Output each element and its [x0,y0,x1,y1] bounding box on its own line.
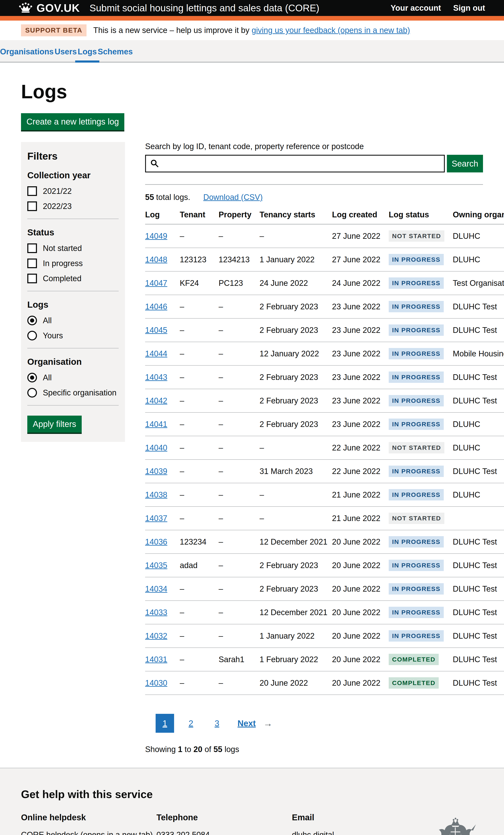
tenancy-starts-cell: 2 February 2023 [260,365,332,389]
log-link[interactable]: 14037 [145,514,167,523]
tenant-cell: – [180,389,219,412]
status-badge: IN PROGRESS [389,607,444,618]
core-helpdesk-link[interactable]: CORE helpdesk (opens in a new tab) [21,830,153,835]
checkbox-option[interactable]: 2021/22 [27,186,119,196]
tenant-cell: KF24 [180,271,219,295]
pagination-page[interactable]: 2 [182,714,200,733]
status-badge: IN PROGRESS [389,536,444,548]
showing-to-word: to [185,745,191,754]
log-status-cell: IN PROGRESS [389,389,453,412]
checkbox-option[interactable]: 2022/23 [27,201,119,211]
log-link[interactable]: 14034 [145,585,167,593]
radio-option[interactable]: Specific organisation [27,388,119,398]
site-header: GOV.UK Submit social housing lettings an… [0,0,504,21]
log-link[interactable]: 14032 [145,631,167,640]
showing-from: 1 [178,745,182,754]
log-created-cell: 20 June 2022 [332,648,389,671]
your-account-link[interactable]: Your account [390,4,441,13]
feedback-link[interactable]: giving us your feedback (opens in a new … [251,26,410,35]
checkbox-option[interactable]: Not started [27,243,119,253]
download-csv-link[interactable]: Download (CSV) [203,193,263,202]
radio-button[interactable] [27,315,37,325]
radio-option[interactable]: All [27,373,119,383]
checkbox[interactable] [27,186,37,196]
checkbox[interactable] [27,201,37,211]
log-created-cell: 27 June 2022 [332,224,389,248]
log-link[interactable]: 14030 [145,678,167,687]
log-link[interactable]: 14049 [145,232,167,241]
email-link[interactable]: dluhc.digital-services@levellingup.gov.u… [292,830,392,835]
tenancy-starts-cell: 2 February 2023 [260,577,332,600]
radio-button[interactable] [27,388,37,398]
log-link[interactable]: 14045 [145,326,167,334]
pagination-page[interactable]: 3 [208,714,226,733]
log-link[interactable]: 14038 [145,490,167,499]
sign-out-link[interactable]: Sign out [453,4,485,13]
tenant-cell: – [180,412,219,436]
log-link[interactable]: 14042 [145,396,167,405]
nav-item[interactable]: Users [55,47,77,62]
pagination-page[interactable]: 1 [156,714,174,733]
radio-option[interactable]: Yours [27,331,119,341]
nav-item[interactable]: Logs [78,47,97,62]
logs-main: Search by log ID, tenant code, property … [145,142,483,754]
create-lettings-log-button[interactable]: Create a new lettings log [21,113,124,130]
owning-organisation-cell: DLUHC Test [453,365,504,389]
govuk-logo[interactable]: GOV.UK Submit social housing lettings an… [19,2,319,14]
log-link[interactable]: 14035 [145,561,167,570]
log-status-cell: NOT STARTED [389,224,453,248]
status-badge: IN PROGRESS [389,254,444,265]
column-header-log: Log [145,210,180,224]
log-link[interactable]: 14047 [145,279,167,287]
filter-group-organisation: Organisation All Specific organisation [27,357,119,398]
nav-item[interactable]: Organisations [0,47,54,62]
pagination-next-link[interactable]: Next [238,719,256,728]
search-input[interactable] [145,155,445,172]
divider [27,348,119,348]
log-status-cell: IN PROGRESS [389,342,453,365]
log-link[interactable]: 14040 [145,443,167,452]
table-row: 14036 123234 – 12 December 2021 20 June … [145,530,504,554]
apply-filters-button[interactable]: Apply filters [27,415,82,433]
property-cell: – [219,577,260,600]
tenant-cell: – [180,318,219,342]
status-badge: IN PROGRESS [389,630,444,641]
divider [27,219,119,219]
checkbox-label: 2021/22 [43,187,72,196]
pagination: 1 2 3 Next → [156,714,483,733]
checkbox-option[interactable]: Completed [27,273,119,283]
property-cell: PC123 [219,271,260,295]
tenancy-starts-cell: 2 February 2023 [260,389,332,412]
footer: Get help with this service Online helpde… [0,768,504,835]
property-cell: – [219,412,260,436]
log-link[interactable]: 14036 [145,537,167,546]
search-button[interactable]: Search [447,155,483,172]
property-cell: – [219,624,260,648]
radio-button[interactable] [27,331,37,341]
divider [145,184,483,185]
log-link[interactable]: 14031 [145,655,167,664]
radio-button[interactable] [27,373,37,383]
table-row: 14044 – – 12 January 2022 23 June 2022 I… [145,342,504,365]
log-link[interactable]: 14039 [145,467,167,476]
log-link[interactable]: 14043 [145,373,167,382]
log-created-cell: 23 June 2022 [332,365,389,389]
checkbox[interactable] [27,243,37,253]
owning-organisation-cell: DLUHC [453,224,504,248]
owning-organisation-cell: DLUHC [453,483,504,507]
filter-group-label: Logs [27,300,119,310]
status-badge: COMPLETED [389,677,439,689]
checkbox[interactable] [27,273,37,283]
tenant-cell: – [180,224,219,248]
checkbox-option[interactable]: In progress [27,259,119,268]
log-link[interactable]: 14046 [145,302,167,311]
log-link[interactable]: 14044 [145,349,167,358]
log-link[interactable]: 14033 [145,608,167,617]
log-link[interactable]: 14048 [145,255,167,264]
log-link[interactable]: 14041 [145,420,167,429]
table-row: 14032 – – 1 January 2022 20 June 2022 IN… [145,624,504,648]
checkbox[interactable] [27,259,37,268]
filter-group-label: Collection year [27,170,119,180]
radio-option[interactable]: All [27,315,119,325]
nav-item[interactable]: Schemes [98,47,133,62]
